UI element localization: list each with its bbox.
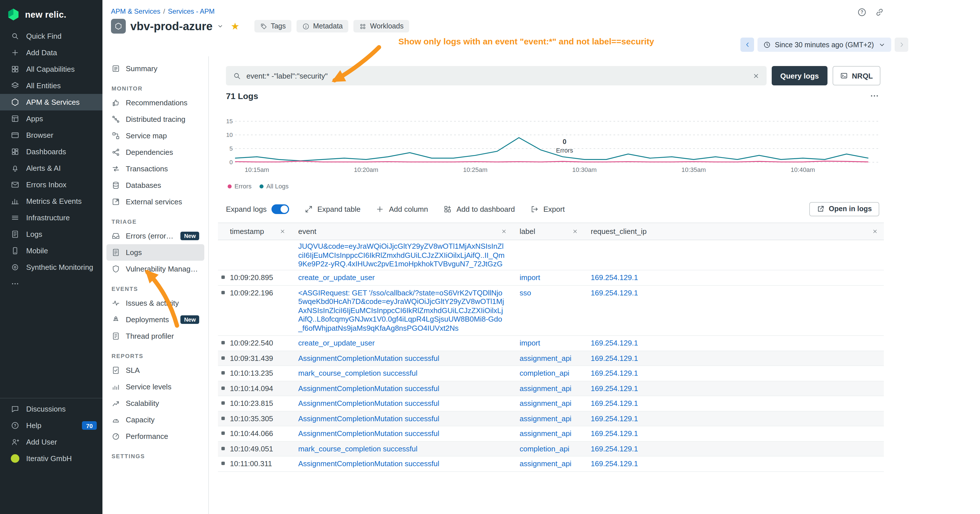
header-pill-tags[interactable]: Tags (254, 20, 291, 32)
sidebar-item-add-user[interactable]: Add User (0, 434, 102, 450)
sidebar-item-infrastructure[interactable]: Infrastructure (0, 210, 102, 226)
row-marker[interactable] (221, 401, 225, 405)
subnav-item-logs[interactable]: Logs (107, 244, 204, 261)
time-forward-button[interactable] (895, 38, 908, 52)
sidebar-item-errors-inbox[interactable]: Errors Inbox (0, 177, 102, 193)
header-pill-workloads[interactable]: Workloads (354, 20, 409, 32)
event-link[interactable]: create_or_update_user (298, 273, 375, 282)
request-ip-link[interactable]: 169.254.129.1 (591, 273, 638, 282)
sidebar-item-mobile[interactable]: Mobile (0, 242, 102, 259)
column-header-event[interactable]: event (291, 223, 513, 240)
expand-logs-toggle[interactable] (271, 204, 289, 214)
row-marker[interactable] (221, 386, 225, 390)
event-link[interactable]: mark_course_completion successful (298, 369, 417, 377)
label-link[interactable]: assignment_api (520, 459, 571, 468)
request-ip-link[interactable]: 169.254.129.1 (591, 288, 638, 297)
column-header-request-client-ip[interactable]: request_client_ip (584, 223, 884, 240)
subnav-item-performance[interactable]: Performance (107, 428, 204, 444)
more-options-icon[interactable] (870, 91, 879, 101)
row-marker[interactable] (221, 341, 225, 344)
row-marker[interactable] (221, 416, 225, 420)
event-link[interactable]: JUQVU&code=eyJraWQiOiJjcGltY29yZV8wOTl1M… (298, 242, 504, 271)
subnav-item-vulnerability-management[interactable]: Vulnerability Management (107, 261, 204, 277)
subnav-item-databases[interactable]: Databases (107, 177, 204, 194)
event-link[interactable]: AssignmentCompletionMutation successful (298, 414, 439, 423)
label-link[interactable]: assignment_api (520, 414, 571, 423)
add-to-dashboard-button[interactable]: Add to dashboard (443, 205, 515, 213)
table-row[interactable]: 10:09:31.439AssignmentCompletionMutation… (218, 351, 884, 366)
breadcrumb-services-apm[interactable]: Services - APM (168, 7, 215, 15)
event-link[interactable]: AssignmentCompletionMutation successful (298, 429, 439, 438)
sidebar-item-dots[interactable] (0, 275, 102, 292)
request-ip-link[interactable]: 169.254.129.1 (591, 399, 638, 407)
sidebar-item-synthetic-monitoring[interactable]: Synthetic Monitoring (0, 259, 102, 275)
nrql-button[interactable]: NRQL (833, 66, 880, 85)
sidebar-item-all-entities[interactable]: All Entities (0, 77, 102, 94)
request-ip-link[interactable]: 169.254.129.1 (591, 444, 638, 453)
sidebar-item-add-data[interactable]: Add Data (0, 45, 102, 61)
label-link[interactable]: assignment_api (520, 384, 571, 393)
table-row[interactable]: 10:10:44.066AssignmentCompletionMutation… (218, 426, 884, 441)
sidebar-item-metrics-events[interactable]: Metrics & Events (0, 193, 102, 210)
time-range-selector[interactable]: Since 30 minutes ago (GMT+2) (757, 38, 891, 52)
help-icon[interactable]: ? (857, 7, 867, 17)
request-ip-link[interactable]: 169.254.129.1 (591, 384, 638, 393)
label-link[interactable]: import (520, 339, 540, 347)
sidebar-item-all-capabilities[interactable]: All Capabilities (0, 61, 102, 77)
table-row[interactable]: 10:10:49.051mark_course_completion succe… (218, 441, 884, 457)
expand-table-button[interactable]: Expand table (304, 205, 361, 213)
sidebar-item-logs[interactable]: Logs (0, 226, 102, 242)
sidebar-item-iterativ-gmbh[interactable]: Iterativ GmbH (0, 450, 102, 467)
sidebar-item-apps[interactable]: Apps (0, 110, 102, 127)
label-link[interactable]: import (520, 273, 540, 282)
label-link[interactable]: assignment_api (520, 429, 571, 438)
row-marker[interactable] (221, 291, 225, 294)
row-marker[interactable] (221, 275, 225, 279)
table-row[interactable]: JUQVU&code=eyJraWQiOiJjcGltY29yZV8wOTl1M… (218, 240, 884, 271)
legend-all-logs[interactable]: All Logs (259, 183, 288, 189)
sidebar-item-quick-find[interactable]: Quick Find (0, 28, 102, 45)
table-row[interactable]: 10:09:22.540create_or_update_userimport1… (218, 336, 884, 351)
request-ip-link[interactable]: 169.254.129.1 (591, 414, 638, 423)
legend-errors[interactable]: Errors (228, 183, 251, 189)
sidebar-item-dashboards[interactable]: Dashboards (0, 143, 102, 160)
open-in-logs-button[interactable]: Open in logs (810, 202, 879, 216)
subnav-item-distributed-tracing[interactable]: Distributed tracing (107, 111, 204, 127)
sidebar-item-discussions[interactable]: Discussions (0, 401, 102, 417)
event-link[interactable]: AssignmentCompletionMutation successful (298, 354, 439, 362)
request-ip-link[interactable]: 169.254.129.1 (591, 369, 638, 377)
row-marker[interactable] (221, 371, 225, 374)
event-link[interactable]: mark_course_completion successful (298, 444, 417, 453)
label-link[interactable]: assignment_api (520, 354, 571, 362)
subnav-item-scalability[interactable]: Scalability (107, 395, 204, 412)
subnav-item-external-services[interactable]: External services (107, 194, 204, 210)
table-row[interactable]: 10:10:13.235mark_course_completion succe… (218, 366, 884, 381)
request-ip-link[interactable]: 169.254.129.1 (591, 429, 638, 438)
header-pill-metadata[interactable]: Metadata (296, 20, 348, 32)
event-link[interactable]: create_or_update_user (298, 339, 375, 347)
event-link[interactable]: AssignmentCompletionMutation successful (298, 399, 439, 407)
sidebar-item-browser[interactable]: Browser (0, 127, 102, 143)
breadcrumb-apm-services[interactable]: APM & Services (111, 7, 160, 15)
sidebar-item-apm-services[interactable]: APM & Services (0, 94, 102, 110)
event-link[interactable]: AssignmentCompletionMutation successful (298, 459, 439, 468)
subnav-item-recommendations[interactable]: Recommendations (107, 94, 204, 111)
table-row[interactable]: 10:09:20.895create_or_update_userimport1… (218, 271, 884, 285)
favorite-star-icon[interactable]: ★ (231, 21, 240, 31)
sidebar-item-help[interactable]: ?Help70 (0, 417, 102, 434)
row-marker[interactable] (221, 447, 225, 450)
clear-query-icon[interactable] (752, 72, 760, 80)
row-marker[interactable] (221, 431, 225, 435)
event-link[interactable]: <ASGIRequest: GET '/sso/callback/?state=… (298, 288, 504, 332)
table-row[interactable]: 10:10:35.305AssignmentCompletionMutation… (218, 411, 884, 426)
table-row[interactable]: 10:09:22.196<ASGIRequest: GET '/sso/call… (218, 285, 884, 336)
label-link[interactable]: sso (520, 288, 531, 297)
column-header-timestamp[interactable]: timestamp (218, 223, 291, 240)
subnav-item-sla[interactable]: SLA (107, 362, 204, 379)
add-column-button[interactable]: Add column (376, 205, 428, 213)
table-row[interactable]: 10:10:23.815AssignmentCompletionMutation… (218, 396, 884, 411)
subnav-item-issues-activity[interactable]: Issues & activity (107, 295, 204, 311)
permalink-icon[interactable] (875, 7, 885, 17)
table-row[interactable]: 10:11:00.311AssignmentCompletionMutation… (218, 457, 884, 472)
sidebar-item-alerts-ai[interactable]: Alerts & AI (0, 160, 102, 177)
